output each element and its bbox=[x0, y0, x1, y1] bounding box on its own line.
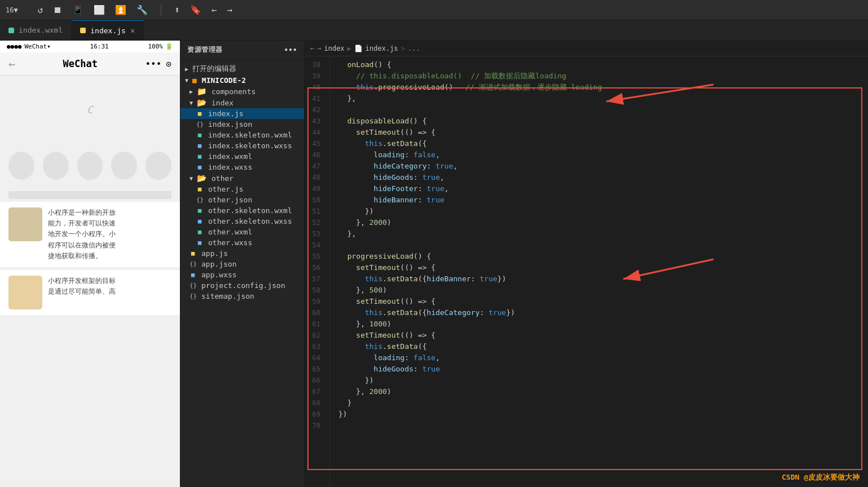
tree-item-other-skeleton-wxml[interactable]: ■ other.skeleton.wxml bbox=[180, 205, 304, 216]
code-line-61: }, 1000) bbox=[338, 318, 860, 330]
code-line-49: hideFooter: true, bbox=[338, 183, 860, 194]
csdn-watermark: CSDN @皮皮冰要做大神 bbox=[782, 472, 860, 482]
ln-70: 70 bbox=[305, 420, 325, 431]
signal-dots: ●●●● bbox=[7, 43, 22, 50]
project-root[interactable]: ■ MINICODE-2 bbox=[180, 75, 304, 86]
code-line-60: this.setData({hideCategory: true}) bbox=[338, 307, 860, 318]
compile-icon[interactable]: ⏫ bbox=[115, 5, 126, 15]
tree-item-other-folder[interactable]: 📂 other bbox=[180, 172, 304, 184]
other-skeleton-wxml-icon: ■ bbox=[196, 207, 203, 214]
tree-item-index-js[interactable]: ■ index.js bbox=[180, 108, 304, 119]
code-line-48: hideGoods: true, bbox=[338, 172, 860, 183]
ln-52: 52 bbox=[305, 217, 325, 228]
code-line-39: // this.disposableLoad() // 加载数据后隐藏loadi… bbox=[338, 70, 860, 82]
version-number[interactable]: 16▼ bbox=[6, 6, 18, 14]
skeleton-circle-2 bbox=[43, 152, 69, 180]
components-label: components bbox=[212, 87, 255, 96]
ln-42: 42 bbox=[305, 104, 325, 116]
phone-icon[interactable]: 📱 bbox=[72, 5, 83, 15]
ln-39: 39 bbox=[305, 70, 325, 82]
code-cmt-39: // this.disposableLoad() // 加载数据后隐藏loadi… bbox=[338, 70, 566, 82]
phone-time: 16:31 bbox=[90, 43, 109, 50]
tab-index-js[interactable]: index.js ✕ bbox=[72, 20, 144, 40]
layout-icon[interactable]: ⬜ bbox=[94, 5, 105, 15]
forward-icon[interactable]: → bbox=[227, 5, 233, 15]
ln-54: 54 bbox=[305, 240, 325, 251]
phone-back-icon[interactable]: ← bbox=[8, 57, 15, 70]
other-json-icon: {} bbox=[196, 196, 203, 203]
battery-percent: 100% bbox=[148, 43, 163, 50]
code-line-46: loading: false, bbox=[338, 149, 860, 161]
code-line-44: setTimeout(() => { bbox=[338, 127, 860, 138]
refresh-icon[interactable]: ↺ bbox=[38, 5, 43, 15]
ln-59: 59 bbox=[305, 296, 325, 307]
bookmark-icon[interactable]: 🔖 bbox=[190, 5, 201, 15]
index-skeleton-wxss-label: index.skeleton.wxss bbox=[208, 141, 292, 150]
code-line-70 bbox=[338, 420, 860, 431]
sitemap-label: sitemap.json bbox=[201, 292, 254, 300]
wifi-label: WeChat▾ bbox=[25, 43, 51, 50]
project-arrow bbox=[185, 77, 188, 83]
code-fn: onLoad bbox=[338, 59, 374, 70]
tree-item-project-config[interactable]: {} project.config.json bbox=[180, 280, 304, 291]
code-content[interactable]: onLoad() { // this.disposableLoad() // 加… bbox=[330, 56, 868, 487]
tree-item-other-js[interactable]: ■ other.js bbox=[180, 184, 304, 194]
toolbar-divider bbox=[161, 5, 161, 16]
tree-item-other-wxml[interactable]: ■ other.wxml bbox=[180, 227, 304, 237]
stop-icon[interactable]: ⏹ bbox=[53, 5, 62, 15]
explorer-more-icon[interactable]: ••• bbox=[284, 46, 297, 54]
tree-item-app-js[interactable]: ■ app.js bbox=[180, 248, 304, 259]
version-label: 16▼ bbox=[6, 6, 18, 14]
app-json-label: app.json bbox=[201, 260, 237, 268]
tree-item-other-wxss[interactable]: ■ other.wxss bbox=[180, 237, 304, 248]
open-editors-section[interactable]: 打开的编辑器 bbox=[180, 63, 304, 75]
tree-item-sitemap[interactable]: {} sitemap.json bbox=[180, 291, 304, 302]
tree-item-index-json[interactable]: {} index.json bbox=[180, 119, 304, 130]
breadcrumb-back[interactable]: ← bbox=[310, 45, 314, 52]
skeleton-text-1 bbox=[8, 191, 171, 199]
other-js-label: other.js bbox=[208, 185, 244, 193]
skeleton-circles bbox=[0, 143, 180, 188]
ln-68: 68 bbox=[305, 397, 325, 409]
toolbar-icons: ↺ ⏹ 📱 ⬜ ⏫ 🔧 ⬆ 🔖 ← → bbox=[38, 5, 233, 16]
other-skeleton-wxss-icon: ■ bbox=[196, 218, 203, 225]
tree-item-components[interactable]: 📁 components bbox=[180, 86, 304, 97]
ln-65: 65 bbox=[305, 364, 325, 375]
project-config-label: project.config.json bbox=[201, 281, 285, 290]
tree-item-index-wxml[interactable]: ■ index.wxml bbox=[180, 151, 304, 162]
more-icon[interactable]: ••• bbox=[145, 59, 161, 69]
ln-51: 51 bbox=[305, 206, 325, 217]
code-line-64: loading: false, bbox=[338, 352, 860, 364]
explorer-tree: 打开的编辑器 ■ MINICODE-2 📁 components 📂 index bbox=[180, 60, 304, 487]
phone-title: WeChat bbox=[63, 58, 98, 69]
ln-53: 53 bbox=[305, 228, 325, 240]
tab-index-wxml[interactable]: index.wxml bbox=[0, 20, 72, 40]
tree-item-other-skeleton-wxss[interactable]: ■ other.skeleton.wxss bbox=[180, 216, 304, 227]
ln-40: 40 bbox=[305, 82, 325, 93]
tree-item-index-skeleton-wxss[interactable]: ■ index.skeleton.wxss bbox=[180, 140, 304, 151]
app-js-label: app.js bbox=[201, 249, 228, 258]
tab-label-wxml: index.wxml bbox=[19, 26, 63, 34]
tree-item-app-json[interactable]: {} app.json bbox=[180, 259, 304, 269]
code-line-40: this.progressiveLoad() // 渐进式加载数据，逐步隐藏 l… bbox=[338, 82, 860, 93]
tab-close-button[interactable]: ✕ bbox=[130, 26, 135, 35]
camera-icon[interactable]: ⊙ bbox=[166, 59, 171, 69]
tools-icon[interactable]: 🔧 bbox=[136, 5, 148, 15]
breadcrumb-file: index.js bbox=[365, 45, 398, 52]
tree-item-index-wxss[interactable]: ■ index.wxss bbox=[180, 162, 304, 172]
breadcrumb-forward[interactable]: → bbox=[317, 45, 321, 52]
tree-item-index-folder[interactable]: 📂 index bbox=[180, 97, 304, 108]
index-wxss-label: index.wxss bbox=[208, 163, 252, 171]
tree-item-app-wxss[interactable]: ■ app.wxss bbox=[180, 269, 304, 280]
breadcrumb-bar: ← → index ▶ 📄 index.js > ... bbox=[305, 41, 868, 56]
index-wxml-icon: ■ bbox=[196, 153, 203, 160]
tree-item-other-json[interactable]: {} other.json bbox=[180, 194, 304, 205]
back-icon[interactable]: ← bbox=[212, 5, 217, 15]
ln-56: 56 bbox=[305, 262, 325, 273]
ln-63: 63 bbox=[305, 341, 325, 352]
index-js-label: index.js bbox=[208, 109, 244, 118]
ln-49: 49 bbox=[305, 183, 325, 194]
tree-item-index-skeleton-wxml[interactable]: ■ index.skeleton.wxml bbox=[180, 130, 304, 140]
code-line-50: hideBanner: true bbox=[338, 194, 860, 206]
upload-icon[interactable]: ⬆ bbox=[174, 5, 180, 15]
